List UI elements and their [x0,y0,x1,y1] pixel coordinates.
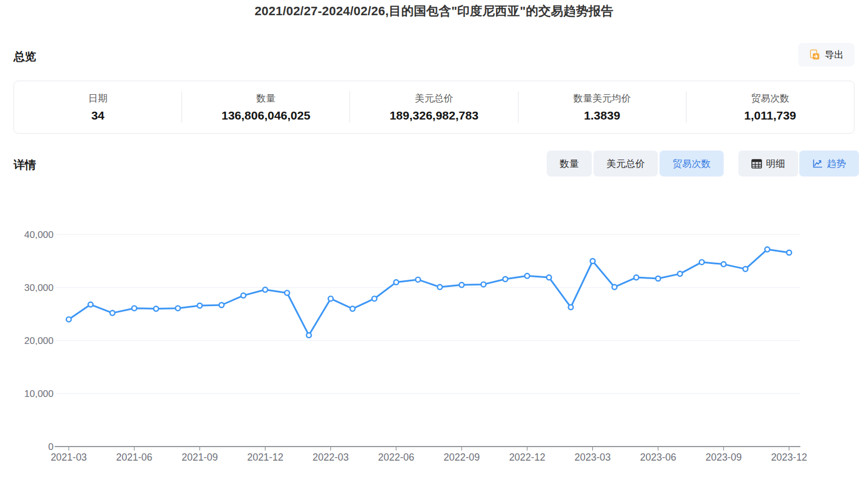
data-point-2022-03[interactable] [328,296,333,301]
data-point-2022-02[interactable] [307,333,312,338]
data-point-2023-01[interactable] [547,275,552,280]
data-point-2022-08[interactable] [437,285,442,290]
data-point-2021-06[interactable] [132,306,137,311]
data-point-2023-10[interactable] [743,267,748,272]
trend-series-line [69,249,789,335]
x-axis-label: 2021-12 [247,452,283,463]
x-axis-label: 2022-12 [509,452,545,463]
data-point-2021-03[interactable] [67,317,72,322]
x-axis-label: 2023-03 [574,452,610,463]
x-axis-label: 2021-03 [51,452,87,463]
trend-line-chart[interactable]: 010,00020,00030,00040,0002021-032021-062… [0,209,868,477]
data-point-2023-12[interactable] [787,250,792,255]
x-axis-label: 2021-09 [181,452,218,463]
data-point-2023-04[interactable] [612,285,617,290]
stat-avg-usd-price: 数量美元均价 1.3839 [519,81,686,133]
y-axis-label: 0 [48,441,54,452]
tab-usd-total[interactable]: 美元总价 [594,151,658,176]
data-point-2021-05[interactable] [110,311,115,316]
stat-value: 1.3839 [584,109,620,122]
y-axis-label: 20,000 [24,335,54,346]
details-tabs-row: 数量 美元总价 贸易次数 明细 [547,151,859,176]
x-axis-label: 2022-03 [313,452,349,463]
data-point-2023-02[interactable] [568,305,573,310]
data-point-2021-04[interactable] [88,302,93,307]
metric-tab-group: 数量 美元总价 贸易次数 [547,151,724,176]
x-axis-label: 2021-06 [116,452,152,463]
stat-label: 数量美元均价 [573,92,631,105]
stat-trade-count: 贸易次数 1,011,739 [687,81,854,133]
overview-stats-panel: 日期 34 数量 136,806,046,025 美元总价 189,326,98… [14,81,854,134]
data-point-2022-06[interactable] [394,280,399,285]
data-point-2023-09[interactable] [721,262,727,267]
data-point-2023-07[interactable] [677,271,683,276]
stat-value: 189,326,982,783 [389,109,479,122]
export-document-icon [809,49,820,60]
stat-value: 34 [91,109,104,122]
x-axis-label: 2022-06 [378,452,414,463]
tab-label: 贸易次数 [672,157,711,170]
data-point-2021-10[interactable] [219,303,224,308]
data-point-2021-11[interactable] [241,293,246,298]
x-axis-label: 2022-09 [444,452,480,463]
data-point-2022-01[interactable] [285,290,290,295]
tab-trend-view[interactable]: 趋势 [799,151,859,176]
data-point-2022-12[interactable] [525,273,530,279]
tab-label: 美元总价 [606,157,645,170]
stat-usd-total: 美元总价 189,326,982,783 [350,81,517,133]
line-chart-icon [812,159,823,169]
stat-quantity: 数量 136,806,046,025 [182,81,349,133]
tab-quantity[interactable]: 数量 [547,151,592,176]
tab-trade-count[interactable]: 贸易次数 [659,151,724,176]
data-point-2022-04[interactable] [350,306,355,311]
x-axis-label: 2023-06 [640,452,676,463]
table-icon [751,159,762,169]
stat-label: 日期 [88,92,108,105]
trend-report-page: 2021/02/27-2024/02/26,目的国包含"印度尼西亚"的交易趋势报… [0,0,868,477]
page-title: 2021/02/27-2024/02/26,目的国包含"印度尼西亚"的交易趋势报… [0,3,868,20]
data-point-2022-09[interactable] [459,282,464,288]
data-point-2022-07[interactable] [415,277,420,282]
data-point-2021-08[interactable] [175,306,180,311]
tab-label: 明细 [766,157,785,170]
data-point-2021-12[interactable] [263,288,268,293]
stat-date: 日期 34 [14,81,181,133]
data-point-2022-11[interactable] [503,277,508,282]
stat-label: 美元总价 [415,92,453,105]
x-axis-label: 2023-12 [771,452,807,463]
data-point-2023-08[interactable] [699,260,705,265]
data-point-2023-03[interactable] [590,259,595,264]
y-axis-label: 40,000 [24,229,54,240]
tab-detail-view[interactable]: 明细 [738,151,798,176]
x-axis-label: 2023-09 [706,452,742,463]
view-tab-group: 明细 趋势 [738,151,859,176]
tab-label: 趋势 [827,157,846,170]
export-button-label: 导出 [825,48,844,61]
details-heading: 详情 [14,157,36,173]
data-point-2023-06[interactable] [656,276,661,281]
data-point-2023-05[interactable] [634,275,639,280]
stat-label: 数量 [256,92,276,105]
data-point-2021-09[interactable] [197,303,202,308]
stat-value: 136,806,046,025 [222,109,311,122]
stat-value: 1,011,739 [744,109,796,122]
y-axis-label: 30,000 [24,282,54,293]
data-point-2022-10[interactable] [481,282,486,287]
data-point-2023-11[interactable] [765,247,770,252]
data-point-2022-05[interactable] [372,296,377,301]
stat-label: 贸易次数 [751,92,789,105]
overview-heading: 总览 [14,49,36,64]
tab-label: 数量 [560,157,579,170]
data-point-2021-07[interactable] [154,306,159,311]
y-axis-label: 10,000 [24,388,54,399]
export-button[interactable]: 导出 [798,43,854,67]
